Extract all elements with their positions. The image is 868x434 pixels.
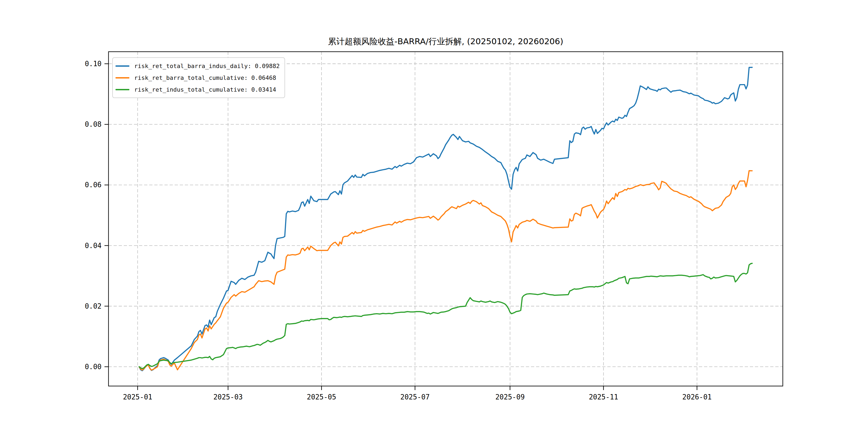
legend-line-swatch-green [116,89,129,90]
y-tick-label: 0.10 [85,60,101,68]
plot-border [108,52,783,386]
x-tick-label: 2026-01 [682,393,712,401]
legend-label: risk_ret_total_barra_indus_daily: 0.0988… [134,63,280,69]
figure-canvas: { "chart_data": { "type": "line", "title… [0,0,868,434]
legend-label: risk_ret_indus_total_cumulative: 0.03414 [134,86,276,93]
y-tick-label: 0.06 [85,181,101,189]
y-tick-label: 0.00 [85,363,101,371]
y-tick-label: 0.02 [85,302,101,310]
x-tick-label: 2025-09 [495,393,525,401]
x-tick-label: 2025-01 [123,393,152,401]
series-line-risk_ret_total_barra_indus_daily [139,67,752,371]
series-line-risk_ret_barra_total_cumulative [139,170,752,370]
y-tick-label: 0.04 [85,242,101,250]
series-line-risk_ret_indus_total_cumulative [139,264,752,369]
legend-label: risk_ret_barra_total_cumulative: 0.06468 [134,74,276,81]
x-tick-label: 2025-07 [400,393,430,401]
x-tick-label: 2025-11 [589,393,618,401]
y-tick-label: 0.08 [85,120,101,128]
legend-item: risk_ret_barra_total_cumulative: 0.06468 [116,72,280,84]
x-tick-label: 2025-05 [307,393,336,401]
legend-box: risk_ret_total_barra_indus_daily: 0.0988… [112,57,285,98]
legend-item: risk_ret_indus_total_cumulative: 0.03414 [116,84,280,95]
legend-line-swatch-orange [116,77,129,79]
legend-item: risk_ret_total_barra_indus_daily: 0.0988… [116,60,280,72]
legend-line-swatch-blue [116,65,129,67]
x-tick-label: 2025-03 [213,393,243,401]
